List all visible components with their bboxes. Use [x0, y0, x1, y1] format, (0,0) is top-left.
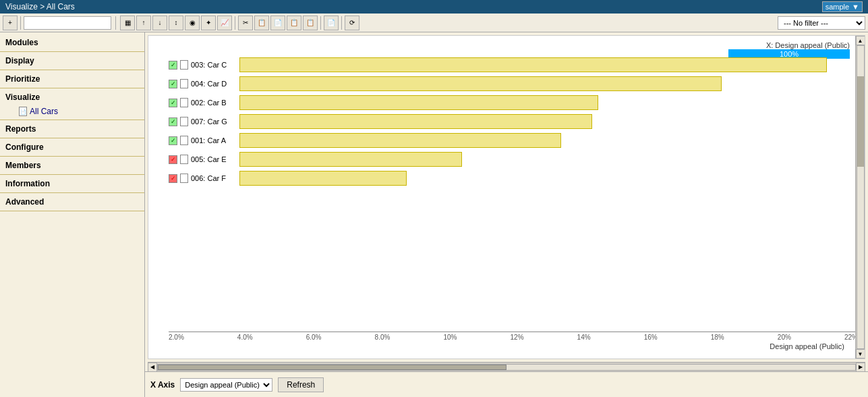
- scissors-button[interactable]: ✂: [238, 16, 253, 30]
- sidebar-item-display[interactable]: Display: [0, 53, 144, 68]
- xaxis-tick-label: 14%: [577, 334, 591, 341]
- hscroll-track: [157, 364, 856, 371]
- chart-bars: ✓003: Car C✓004: Car D✓002: Car B✓007: C…: [169, 56, 858, 332]
- chart-row[interactable]: ✓001: Car A: [169, 132, 858, 149]
- refresh-button[interactable]: ⟳: [345, 16, 359, 30]
- sidebar-item-advanced[interactable]: Advanced: [0, 194, 144, 209]
- row-checkbox[interactable]: ✓: [169, 117, 177, 126]
- sidebar-item-reports[interactable]: Reports: [0, 122, 144, 136]
- scroll-thumb[interactable]: [857, 76, 864, 167]
- xaxis-labels: 2.0%4.0%6.0%8.0%10%12%14%16%18%20%22%: [169, 332, 858, 341]
- row-text: 004: Car D: [191, 80, 227, 88]
- chart-area: ▲ ▼ X: Design appeal (Public) 100% ✓003:…: [148, 35, 865, 359]
- hscroll-right-arrow[interactable]: ▶: [856, 363, 865, 372]
- row-checkbox[interactable]: ✓: [169, 99, 177, 107]
- line-chart-button[interactable]: 📈: [217, 16, 232, 30]
- row-checkbox[interactable]: ✓: [169, 155, 177, 164]
- row-text: 001: Car A: [191, 136, 226, 144]
- xaxis-tick-label: 4.0%: [237, 334, 253, 341]
- row-doc-icon: [180, 117, 188, 126]
- xaxis-tick-label: 12%: [511, 334, 524, 341]
- user-dropdown[interactable]: sample ▼: [822, 1, 863, 12]
- add-button[interactable]: +: [3, 16, 18, 30]
- xaxis-tick-label: 16%: [644, 334, 658, 341]
- xaxis-tick-label: 2.0%: [169, 334, 184, 341]
- user-area: sample ▼: [822, 1, 863, 12]
- chart-row[interactable]: ✓007: Car G: [169, 113, 858, 130]
- main-layout: Modules Display Prioritize Visualize 📄 A…: [0, 32, 868, 397]
- xaxis-tick-label: 20%: [778, 334, 791, 341]
- toolbar-separator-4: [320, 16, 321, 30]
- row-doc-icon: [180, 79, 188, 88]
- row-text: 006: Car F: [191, 174, 226, 182]
- sidebar-item-information[interactable]: Information: [0, 176, 144, 191]
- bar-container: [239, 56, 858, 74]
- hscroll-thumb[interactable]: [158, 365, 507, 370]
- xaxis-tick-label: 18%: [711, 334, 724, 341]
- sidebar-item-visualize[interactable]: Visualize: [0, 90, 144, 105]
- doc-button[interactable]: 📄: [324, 16, 339, 30]
- horizontal-scrollbar[interactable]: ◀ ▶: [148, 362, 865, 371]
- star-button[interactable]: ✦: [201, 16, 216, 30]
- axis-select[interactable]: Design appeal (Public): [180, 378, 272, 392]
- chart-row-label: ✓002: Car B: [169, 98, 227, 107]
- vertical-scrollbar[interactable]: ▲ ▼: [855, 36, 865, 359]
- sidebar-item-members[interactable]: Members: [0, 158, 144, 173]
- scroll-track: [857, 45, 865, 349]
- row-checkbox[interactable]: ✓: [169, 174, 177, 183]
- breadcrumb: Visualize > All Cars: [5, 2, 75, 11]
- bar-chart-button[interactable]: ▦: [120, 16, 135, 30]
- hscroll-left-arrow[interactable]: ◀: [148, 363, 157, 372]
- sidebar-item-configure[interactable]: Configure: [0, 140, 144, 155]
- scroll-up-arrow[interactable]: ▲: [856, 36, 865, 45]
- bar: [239, 171, 407, 186]
- axis-label: X Axis: [150, 380, 175, 390]
- toolbar: + ▦ ↑ ↓ ↕ ◉ ✦ 📈 ✂ 📋 📄 📋 📋 📄 ⟳ --- No fil…: [0, 14, 868, 32]
- paste3-button[interactable]: 📋: [303, 16, 318, 30]
- xaxis: 2.0%4.0%6.0%8.0%10%12%14%16%18%20%22% De…: [169, 332, 858, 359]
- xaxis-tick-label: 8.0%: [375, 334, 390, 341]
- scroll-down-arrow[interactable]: ▼: [856, 349, 865, 359]
- row-text: 003: Car C: [191, 61, 227, 69]
- pie-chart-button[interactable]: ◉: [185, 16, 200, 30]
- bar: [239, 95, 598, 110]
- row-checkbox[interactable]: ✓: [169, 61, 177, 70]
- sidebar-item-prioritize[interactable]: Prioritize: [0, 72, 144, 86]
- sort-asc-button[interactable]: ↑: [136, 16, 151, 30]
- refresh-btn[interactable]: Refresh: [278, 377, 324, 392]
- legend-label: X: Design appeal (Public): [728, 41, 850, 49]
- dropdown-arrow-icon: ▼: [852, 3, 859, 11]
- title-bar: Visualize > All Cars sample ▼: [0, 0, 868, 14]
- row-text: 007: Car G: [191, 117, 227, 126]
- chart-row-label: ✓003: Car C: [169, 60, 227, 70]
- paste2-button[interactable]: 📋: [287, 16, 301, 30]
- row-checkbox[interactable]: ✓: [169, 136, 177, 145]
- xaxis-title: Design appeal (Public): [169, 341, 858, 350]
- paste-button[interactable]: 📄: [270, 16, 285, 30]
- sidebar-item-modules[interactable]: Modules: [0, 35, 144, 50]
- copy-button[interactable]: 📋: [254, 16, 269, 30]
- sort-desc-button[interactable]: ↓: [152, 16, 167, 30]
- row-doc-icon: [180, 174, 188, 183]
- row-checkbox[interactable]: ✓: [169, 80, 177, 88]
- bar: [239, 152, 462, 167]
- bar: [239, 57, 827, 72]
- chart-row[interactable]: ✓006: Car F: [169, 169, 858, 187]
- chart-row-label: ✓006: Car F: [169, 174, 226, 183]
- bar-container: [239, 75, 858, 92]
- chart-row-label: ✓007: Car G: [169, 117, 227, 126]
- bar-container: [239, 151, 858, 168]
- chart-row-label: ✓001: Car A: [169, 136, 226, 145]
- bar: [239, 114, 592, 129]
- chart-row[interactable]: ✓002: Car B: [169, 94, 858, 111]
- filter-dropdown[interactable]: --- No filter ---: [778, 16, 865, 30]
- sort-both-button[interactable]: ↕: [169, 16, 183, 30]
- search-input[interactable]: [24, 16, 111, 30]
- chart-row-label: ✓004: Car D: [169, 79, 227, 88]
- sidebar-item-all-cars[interactable]: 📄 All Cars: [0, 105, 144, 118]
- sidebar: Modules Display Prioritize Visualize 📄 A…: [0, 32, 145, 397]
- chart-row[interactable]: ✓004: Car D: [169, 75, 858, 92]
- toolbar-separator-1: [20, 16, 21, 30]
- chart-row[interactable]: ✓005: Car E: [169, 151, 858, 168]
- chart-row[interactable]: ✓003: Car C: [169, 56, 858, 74]
